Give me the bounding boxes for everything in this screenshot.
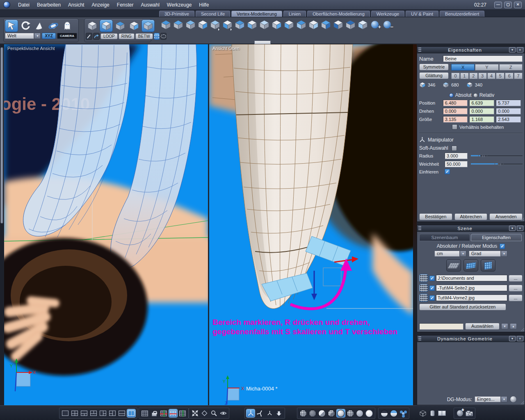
file-path-field[interactable]: -Tut\M4-Seite2.jpg <box>436 285 507 291</box>
shading-wire-dense-icon[interactable] <box>308 409 317 417</box>
orbit-tool[interactable] <box>47 20 60 32</box>
confirm-button[interactable]: Bestätigen <box>419 213 452 220</box>
tab-benutzerdefiniert[interactable]: Benutzerdefiniert <box>440 11 484 17</box>
soft-selection-checkbox[interactable] <box>452 146 457 151</box>
dg-mode-dropdown[interactable]: Einges... ▼ <box>475 396 507 402</box>
plane-tilt-button[interactable] <box>463 259 478 272</box>
menu-ansicht[interactable]: Ansicht <box>64 2 88 8</box>
fit-view-icon[interactable] <box>191 409 199 417</box>
tab-second-life[interactable]: Second Life <box>196 11 230 17</box>
close-button[interactable]: ✕ <box>514 2 522 8</box>
absolute-radio[interactable] <box>449 93 454 98</box>
subtract-sphere-icon[interactable]: − <box>381 18 393 31</box>
lock-icon[interactable] <box>150 409 158 417</box>
vm-tool-14-icon[interactable] <box>320 18 331 31</box>
layout-bottom-split-icon[interactable] <box>89 409 98 417</box>
betw-button[interactable]: BETW <box>135 33 153 39</box>
down-arrow-button[interactable]: ▼ <box>501 323 508 329</box>
layout-quad-icon[interactable] <box>71 409 79 417</box>
radius-input[interactable]: 3.000 <box>445 153 468 159</box>
tab-uv-paint[interactable]: UV & Paint <box>406 11 438 17</box>
drag-grip-icon[interactable] <box>418 336 421 341</box>
lasso-arrow-icon[interactable] <box>93 33 100 40</box>
shading-smooth-icon[interactable] <box>337 409 345 417</box>
close-icon[interactable]: ✕ <box>517 47 523 52</box>
menu-werkzeuge[interactable]: Werkzeuge <box>163 2 195 8</box>
shading-flat-icon[interactable] <box>318 409 326 417</box>
browse-button[interactable]: ... <box>509 285 523 292</box>
drag-grip-icon[interactable] <box>418 48 421 52</box>
left-scrollbar[interactable] <box>0 44 4 405</box>
viewport-perspective[interactable]: ogie - 2010 <box>4 44 208 405</box>
drag-grip-icon[interactable] <box>418 226 421 231</box>
pan-icon[interactable] <box>200 409 208 417</box>
zoom-icon[interactable] <box>210 409 218 417</box>
select-arrow-tool[interactable] <box>5 20 18 32</box>
camera-mode-button[interactable]: CAMERA <box>57 33 77 39</box>
menu-fenster[interactable]: Fenster <box>113 2 137 8</box>
file-path-field[interactable]: Tut\M4-Vorne2.jpg <box>436 294 507 301</box>
smoothing-0[interactable]: 0 <box>451 73 460 79</box>
mode-checkbox[interactable]: ✓ <box>500 244 505 249</box>
maximize-button[interactable]: ▢ <box>504 2 512 8</box>
smoothing-6[interactable]: 6 <box>505 73 514 79</box>
rect-marquee-icon[interactable] <box>154 33 160 40</box>
vm-tool-17-icon[interactable] <box>357 18 368 31</box>
layout-top-split-icon[interactable] <box>80 409 88 417</box>
softness-input[interactable]: 50.000 <box>445 161 468 167</box>
cancel-button[interactable]: Abbrechen <box>454 213 488 220</box>
scrollbar-thumb[interactable] <box>0 47 3 224</box>
position-x-field[interactable]: 6.480 <box>443 100 468 106</box>
tab-linien[interactable]: Linien <box>283 11 306 17</box>
layout-two-rows-icon[interactable] <box>118 409 126 417</box>
minimize-button[interactable]: — <box>494 2 502 8</box>
up-arrow-button[interactable]: ▲ <box>510 323 517 329</box>
collapse-icon[interactable]: ▼ <box>509 336 516 341</box>
file-checkbox[interactable]: ✓ <box>429 285 435 291</box>
vm-tool-13-icon[interactable] <box>308 18 319 31</box>
vm-tool-5-icon[interactable] <box>209 18 221 31</box>
viewport-top[interactable]: Y X Z Micha-0004 * Ansicht Oben Bereich … <box>209 44 413 405</box>
world-space-dropdown[interactable]: Welt ▼ <box>5 33 41 39</box>
wire-cube-icon[interactable] <box>419 409 427 417</box>
reset-grid-button[interactable]: Gitter auf Standard zurücksetzen <box>419 304 506 310</box>
relative-radio[interactable] <box>473 93 478 98</box>
grid-icon[interactable] <box>419 294 428 302</box>
dg-panel-header[interactable]: Dynamische Geometrie ▼ ✕ <box>417 336 525 342</box>
freeze-checkbox[interactable]: ✓ <box>445 169 450 174</box>
menu-anzeige[interactable]: Anzeige <box>88 2 113 8</box>
vm-tool-10-icon[interactable] <box>271 18 282 31</box>
axis-small-icon[interactable] <box>265 409 274 417</box>
vm-tool-6-icon[interactable] <box>221 18 233 31</box>
screenshot-camera-icon[interactable] <box>465 409 473 417</box>
smoothing-2[interactable]: 2 <box>469 73 478 79</box>
face-mode-cube-icon[interactable] <box>100 20 113 32</box>
grid-icon[interactable] <box>419 274 428 282</box>
point-mode-cube-icon[interactable] <box>128 20 141 32</box>
tab-3d-primitive[interactable]: 3D-Primitive <box>159 11 194 17</box>
select-button[interactable]: Auswählen <box>465 323 500 330</box>
backface-blue-icon[interactable] <box>390 409 398 417</box>
shading-dotted-icon[interactable] <box>356 409 364 417</box>
file-path-field[interactable]: J:\Documents and <box>436 275 507 281</box>
shading-hidden-wire-icon[interactable] <box>346 409 354 417</box>
symmetry-x[interactable]: X <box>451 64 475 71</box>
brush-select-icon[interactable] <box>86 33 92 40</box>
grid-icon[interactable] <box>419 284 428 292</box>
shading-white-icon[interactable] <box>365 409 373 417</box>
radius-slider[interactable] <box>471 153 523 158</box>
dropdown-arrow-icon[interactable]: ▼ <box>460 251 466 257</box>
grid-vertical-button[interactable] <box>481 259 495 272</box>
keep-ratio-checkbox[interactable] <box>452 124 457 130</box>
grid-query-icon[interactable] <box>141 409 149 417</box>
tab-vertex-modellierung[interactable]: Vertex-Modellierung <box>231 11 282 17</box>
symmetry-y[interactable]: Y <box>475 64 498 71</box>
tab-oberflaechen-modellierung[interactable]: Oberflächen-Modellierung <box>307 11 370 17</box>
cylinder-icon[interactable] <box>428 409 436 417</box>
dropdown-arrow-icon[interactable]: ▼ <box>501 396 507 402</box>
shading-wireshade-icon[interactable] <box>327 409 336 417</box>
layout-two-columns-icon[interactable] <box>127 409 135 417</box>
file-checkbox[interactable]: ✓ <box>429 276 435 281</box>
vm-tool-4-icon[interactable] <box>197 18 208 31</box>
add-sphere-icon[interactable]: + <box>369 18 381 31</box>
